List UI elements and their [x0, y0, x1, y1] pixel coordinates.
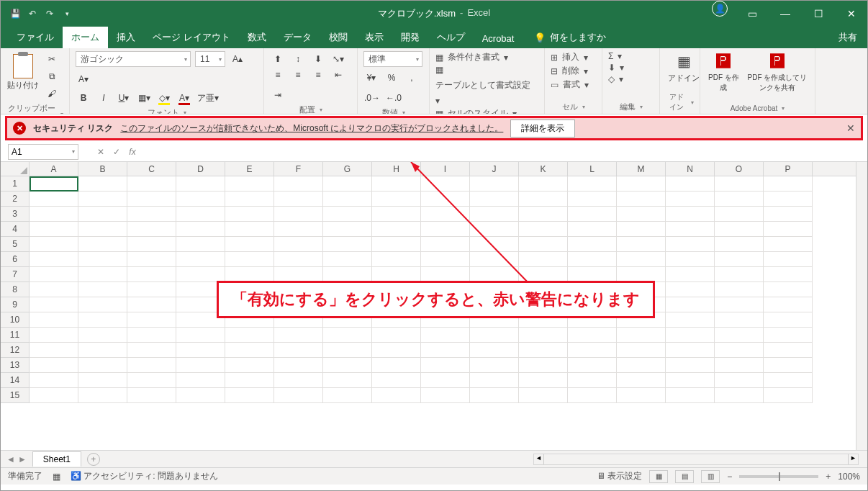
cell[interactable]	[764, 207, 813, 222]
cell[interactable]	[421, 343, 470, 358]
share-button[interactable]: 共有	[828, 27, 867, 48]
enter-formula-icon[interactable]: ✓	[109, 147, 125, 157]
clear-button[interactable]: ◇▾	[608, 74, 654, 84]
cell[interactable]	[519, 207, 568, 222]
cell[interactable]	[127, 297, 176, 312]
cell[interactable]	[764, 388, 813, 403]
sheet-nav-next-icon[interactable]: ►	[18, 454, 27, 464]
cell[interactable]	[30, 312, 78, 328]
cell[interactable]	[666, 207, 715, 222]
tab-review[interactable]: 校閲	[320, 27, 356, 48]
cell[interactable]	[78, 358, 127, 373]
column-header[interactable]: M	[617, 162, 666, 176]
cell[interactable]	[715, 207, 764, 222]
row-header[interactable]: 3	[1, 207, 30, 222]
cell[interactable]	[470, 192, 519, 207]
format-cells-button[interactable]: ▭書式▾	[551, 78, 596, 91]
cell[interactable]	[274, 328, 323, 343]
cell[interactable]	[519, 222, 568, 237]
row-header[interactable]: 9	[1, 297, 30, 312]
cell[interactable]	[127, 252, 176, 267]
autosum-button[interactable]: Σ▾	[608, 51, 654, 61]
cell[interactable]	[176, 207, 225, 222]
cell[interactable]	[78, 282, 127, 297]
cell[interactable]	[176, 358, 225, 373]
fill-color-button[interactable]: ◇▾	[156, 90, 172, 106]
cell[interactable]	[568, 267, 617, 282]
cell[interactable]	[421, 192, 470, 207]
cell[interactable]	[519, 176, 568, 192]
cell[interactable]	[519, 373, 568, 388]
fill-button[interactable]: ⬇▾	[608, 63, 654, 73]
cell[interactable]	[274, 252, 323, 267]
cell[interactable]	[519, 358, 568, 373]
tab-home[interactable]: ホーム	[63, 27, 108, 48]
cell[interactable]	[519, 388, 568, 403]
horizontal-scrollbar[interactable]: ◄ ►	[533, 454, 859, 465]
cell[interactable]	[519, 267, 568, 282]
tab-pagelayout[interactable]: ページ レイアウト	[144, 27, 239, 48]
cell[interactable]	[715, 328, 764, 343]
create-pdf-button[interactable]: 🅿 PDF を作成	[706, 51, 741, 93]
cell[interactable]	[617, 176, 666, 192]
row-header[interactable]: 8	[1, 282, 30, 297]
qat-customize-icon[interactable]: ▾	[60, 6, 74, 21]
orientation-icon[interactable]: ⤡▾	[330, 51, 346, 67]
cell[interactable]	[372, 343, 421, 358]
cell[interactable]	[666, 328, 715, 343]
cell[interactable]	[176, 343, 225, 358]
cell[interactable]	[323, 328, 372, 343]
cell[interactable]	[127, 388, 176, 403]
cell[interactable]	[78, 388, 127, 403]
cell[interactable]	[715, 297, 764, 312]
cell[interactable]	[323, 252, 372, 267]
cell[interactable]	[372, 267, 421, 282]
name-box[interactable]: A1	[8, 144, 78, 160]
decrease-font-icon[interactable]: A▾	[76, 71, 91, 87]
cell[interactable]	[274, 373, 323, 388]
cell[interactable]	[470, 252, 519, 267]
cell[interactable]	[127, 343, 176, 358]
cell[interactable]	[225, 328, 274, 343]
page-break-view-button[interactable]: ▥	[701, 470, 720, 483]
row-header[interactable]: 2	[1, 192, 30, 207]
phonetic-button[interactable]: ア亜▾	[196, 90, 220, 106]
cell[interactable]	[617, 252, 666, 267]
normal-view-button[interactable]: ▦	[649, 470, 668, 483]
cell[interactable]	[30, 388, 78, 403]
cell[interactable]	[568, 373, 617, 388]
tab-view[interactable]: 表示	[356, 27, 392, 48]
cell[interactable]	[30, 373, 78, 388]
cell[interactable]	[666, 343, 715, 358]
cell[interactable]	[421, 252, 470, 267]
minimize-button[interactable]: —	[769, 1, 801, 27]
cell[interactable]	[470, 267, 519, 282]
cancel-formula-icon[interactable]: ✕	[93, 147, 109, 157]
cell[interactable]	[176, 176, 225, 192]
cell[interactable]	[715, 358, 764, 373]
cell[interactable]	[470, 207, 519, 222]
cell[interactable]	[764, 343, 813, 358]
vertical-scrollbar[interactable]	[856, 162, 867, 450]
column-header[interactable]: I	[421, 162, 470, 176]
cell[interactable]	[519, 343, 568, 358]
row-header[interactable]: 1	[1, 176, 30, 192]
delete-cells-button[interactable]: ⊟削除▾	[551, 65, 596, 77]
add-sheet-button[interactable]: +	[87, 453, 100, 466]
cell[interactable]	[568, 358, 617, 373]
cell[interactable]	[617, 388, 666, 403]
cell[interactable]	[30, 343, 78, 358]
column-header[interactable]: F	[274, 162, 323, 176]
cell[interactable]	[176, 373, 225, 388]
zoom-level[interactable]: 100%	[838, 472, 860, 482]
cell[interactable]	[30, 358, 78, 373]
border-button[interactable]: ▦▾	[136, 90, 152, 106]
cell[interactable]	[764, 297, 813, 312]
cell[interactable]	[715, 252, 764, 267]
cell[interactable]	[225, 237, 274, 252]
cell[interactable]	[127, 207, 176, 222]
cell[interactable]	[30, 267, 78, 282]
cell[interactable]	[421, 358, 470, 373]
cell[interactable]	[372, 373, 421, 388]
cell[interactable]	[421, 267, 470, 282]
